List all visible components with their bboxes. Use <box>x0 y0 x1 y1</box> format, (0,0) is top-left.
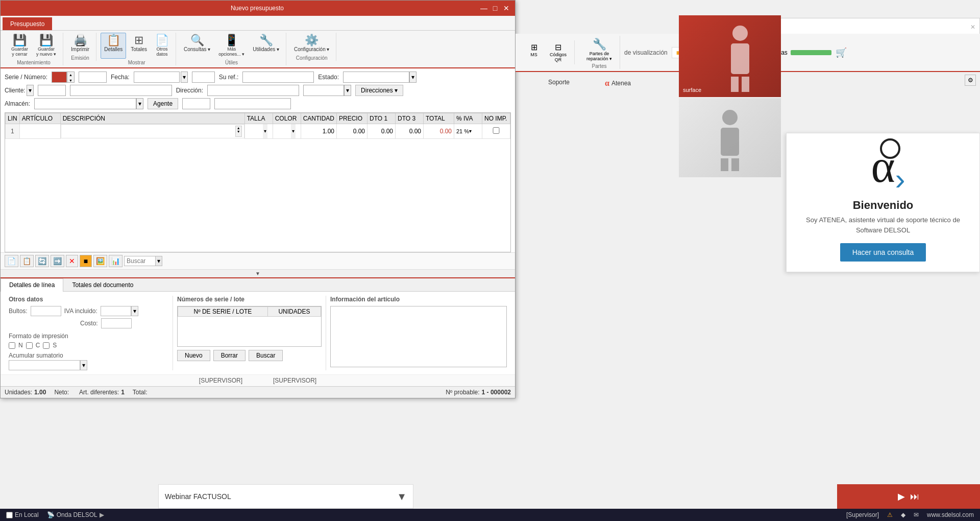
su-ref-input[interactable] <box>242 72 314 83</box>
cell-noimp[interactable] <box>482 124 510 139</box>
search-dropdown-btn[interactable]: ▾ <box>155 256 162 266</box>
cantidad-input[interactable] <box>303 128 334 135</box>
cliente-input[interactable]: 0 <box>38 85 66 96</box>
direccion-dropdown-btn[interactable]: ▾ <box>344 85 351 96</box>
guardar-nuevo-button[interactable]: 💾 Guardary nuevo ▾ <box>33 33 60 59</box>
play-btn-icon[interactable]: ▶ <box>898 491 905 502</box>
precio-input[interactable] <box>339 128 365 135</box>
cell-cantidad[interactable] <box>301 124 336 139</box>
agente-name-input[interactable] <box>214 98 291 109</box>
webinar-arrow-icon[interactable]: ▼ <box>397 491 407 503</box>
almacen-input[interactable]: GENERAL <box>34 98 136 109</box>
direccion-input[interactable] <box>207 85 299 96</box>
cell-precio[interactable] <box>337 124 368 139</box>
fecha-input[interactable]: 23/11/2022 <box>134 72 180 83</box>
cliente-dropdown-btn[interactable]: ▾ <box>27 85 34 96</box>
codigos-qr-button[interactable]: ⊟ CódigosQR <box>546 40 570 64</box>
lote-nuevo-btn[interactable]: Nuevo <box>177 350 210 361</box>
copy-btn[interactable]: 📋 <box>20 255 34 267</box>
chart-btn[interactable]: 📊 <box>109 255 122 267</box>
consultas-button[interactable]: 🔍 Consultas ▾ <box>180 33 214 59</box>
acumular-input[interactable] <box>9 360 80 370</box>
settings-icon-btn[interactable]: ⚙ <box>965 75 976 86</box>
fecha-dropdown-btn[interactable]: ▾ <box>181 72 188 83</box>
image-btn[interactable]: 🖼️ <box>93 255 107 267</box>
atenea-label[interactable]: Atenea <box>611 80 631 87</box>
move-btn[interactable]: ➡️ <box>51 255 64 267</box>
bultos-input[interactable]: 0.00 <box>31 306 61 316</box>
tab-detalles-linea[interactable]: Detalles de línea <box>1 278 63 292</box>
delete-btn[interactable]: ✕ <box>66 255 78 267</box>
cell-color[interactable]: ▾ <box>273 124 301 139</box>
cliente-name-input[interactable] <box>70 85 172 96</box>
cart-icon[interactable]: 🛒 <box>836 47 847 58</box>
costo-input[interactable]: 0.00 <box>101 318 132 328</box>
formato-c-checkbox[interactable] <box>26 342 33 349</box>
noimp-checkbox[interactable] <box>484 127 508 134</box>
color-btn[interactable]: ■ <box>80 255 92 267</box>
talla-input[interactable] <box>245 128 263 135</box>
talla-dropdown[interactable]: ▾ <box>263 124 267 138</box>
descripcion-input[interactable] <box>63 128 234 135</box>
articulo-input[interactable] <box>22 128 58 135</box>
grid-search-input[interactable] <box>125 256 155 266</box>
serie-input[interactable]: 1 <box>52 72 67 83</box>
estado-input[interactable]: Pendiente <box>343 72 409 83</box>
ribbon-group-config-buttons: ⚙️ Configuración ▾ <box>290 33 333 54</box>
en-local-checkbox[interactable] <box>6 512 13 518</box>
skip-btn-icon[interactable]: ⏭ <box>910 491 919 502</box>
partes-reparacion-button[interactable]: 🔧 Partes dereparación ▾ <box>583 36 616 63</box>
iva-incluido-dropdown[interactable]: ▾ <box>131 306 138 316</box>
minimize-button[interactable]: — <box>479 4 488 13</box>
cell-talla[interactable]: ▾ <box>244 124 273 139</box>
dto3-input[interactable] <box>398 128 421 135</box>
lote-borrar-btn[interactable]: Borrar <box>213 350 246 361</box>
totales-button[interactable]: ⊞ Totales <box>127 33 151 59</box>
atenea-consulta-btn[interactable]: Hacer una consulta <box>840 243 926 262</box>
lote-buscar-btn[interactable]: Buscar <box>249 350 283 361</box>
imprimir-button[interactable]: 🖨️ Imprimir <box>67 33 93 54</box>
search-icon: ✕ <box>970 23 975 31</box>
unidades-label: Unidades: <box>5 389 32 396</box>
presupuesto-tab[interactable]: Presupuesto <box>3 17 52 30</box>
guardar-cerrar-button[interactable]: 💾 Guardary cerrar <box>8 33 32 59</box>
direcciones-button[interactable]: Direcciones ▾ <box>355 85 403 96</box>
collapse-arrow[interactable]: ▼ <box>255 271 260 276</box>
dto1-input[interactable] <box>370 128 393 135</box>
agente-button[interactable]: Agente <box>148 98 178 109</box>
numero-input[interactable]: 0 <box>79 72 107 83</box>
ms-button[interactable]: ⊞ MS <box>524 40 544 64</box>
agente-input[interactable]: 0 <box>182 98 210 109</box>
onda-play-icon[interactable]: ▶ <box>100 511 104 518</box>
almacen-dropdown-btn[interactable]: ▾ <box>136 98 143 109</box>
cell-dto3[interactable] <box>396 124 424 139</box>
tab-totales-documento[interactable]: Totales del documento <box>63 278 142 291</box>
cell-descripcion[interactable]: ▲ ▼ <box>61 124 244 138</box>
utilidades-button[interactable]: 🔧 Utilidades ▾ <box>249 33 283 59</box>
color-dropdown[interactable]: ▾ <box>291 124 296 138</box>
otros-datos-button[interactable]: 📄 Otrosdatos <box>152 33 173 59</box>
serie-spinner[interactable]: ▲▼ <box>67 72 75 83</box>
new-line-btn[interactable]: 📄 <box>5 255 18 267</box>
hora-input[interactable]: 13:49 <box>192 72 215 83</box>
close-button[interactable]: ✕ <box>502 4 511 13</box>
formato-n-checkbox[interactable] <box>9 342 15 349</box>
direccion-detail-input[interactable] <box>303 85 344 96</box>
iva-dropdown[interactable]: ▾ <box>469 128 472 134</box>
cell-dto1[interactable] <box>368 124 396 139</box>
cell-iva[interactable]: 21 % ▾ <box>454 124 482 139</box>
mas-opciones-button[interactable]: 📱 Másopciones... ▾ <box>215 33 248 59</box>
visualizacion-label[interactable]: de visualización <box>624 49 668 56</box>
color-input[interactable] <box>273 128 291 135</box>
svg-rect-2 <box>731 77 739 92</box>
estado-dropdown-btn[interactable]: ▾ <box>409 72 416 83</box>
cell-articulo[interactable] <box>19 124 60 139</box>
paste-btn[interactable]: 🔄 <box>35 255 49 267</box>
acumular-dropdown[interactable]: ▾ <box>80 360 87 370</box>
maximize-button[interactable]: □ <box>491 4 500 13</box>
detalles-button[interactable]: 📋 Detalles <box>101 33 126 59</box>
neto-label: Neto: <box>54 389 69 396</box>
configuracion-button[interactable]: ⚙️ Configuración ▾ <box>290 33 333 54</box>
iva-incluido-input[interactable]: No <box>101 306 131 316</box>
formato-s-checkbox[interactable] <box>43 342 50 349</box>
